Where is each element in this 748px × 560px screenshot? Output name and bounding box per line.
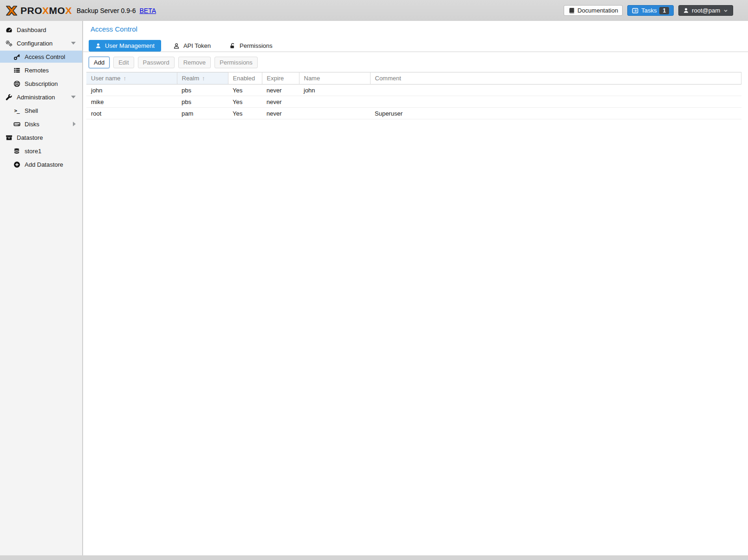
sidebar-item-label: Datastore: [17, 134, 43, 141]
cell-user-name: mike: [86, 96, 177, 108]
sidebar-item-add-datastore[interactable]: Add Datastore: [0, 158, 82, 170]
hdd-icon: [13, 121, 21, 128]
sidebar-item-label: Configuration: [17, 40, 52, 47]
key-icon: [13, 53, 21, 60]
sidebar-item-access-control[interactable]: Access Control: [0, 51, 82, 63]
user-menu-button[interactable]: root@pam: [678, 5, 733, 16]
sidebar-item-disks[interactable]: Disks: [0, 118, 82, 130]
users-table: User name↑ Realm↑ Enabled Expire Name Co…: [86, 72, 741, 119]
permissions-button[interactable]: Permissions: [215, 57, 258, 68]
cell-realm: pbs: [177, 85, 228, 96]
cell-enabled: Yes: [228, 96, 262, 108]
brand-text: PROXMOX: [20, 5, 72, 16]
tasks-button[interactable]: Tasks 1: [627, 5, 674, 16]
life-ring-icon: [13, 80, 21, 87]
sidebar-item-store1[interactable]: store1: [0, 145, 82, 157]
task-list-icon: [632, 7, 638, 14]
tab-bar: User Management API Token Permissions: [89, 39, 748, 52]
table-row[interactable]: mike pbs Yes never: [86, 96, 741, 108]
tab-user-management[interactable]: User Management: [89, 40, 161, 52]
list-rows-icon: [13, 67, 21, 74]
sidebar-item-label: Disks: [25, 121, 39, 128]
cell-name: [299, 108, 370, 119]
cell-enabled: Yes: [228, 108, 262, 119]
tab-permissions[interactable]: Permissions: [223, 40, 279, 52]
sidebar-item-subscription[interactable]: Subscription: [0, 78, 82, 90]
sidebar-item-label: Add Datastore: [25, 161, 63, 168]
sidebar-item-administration[interactable]: Administration: [0, 91, 82, 103]
sidebar-item-label: Access Control: [25, 53, 65, 60]
documentation-label: Documentation: [578, 7, 618, 14]
archive-icon: [5, 134, 13, 141]
top-bar: PROXMOX Backup Server 0.9-6 BETA Documen…: [0, 0, 748, 21]
column-header-realm[interactable]: Realm↑: [177, 72, 228, 85]
proxmox-logo: PROXMOX: [5, 4, 72, 18]
cell-name: [299, 96, 370, 108]
tasks-count-badge: 1: [659, 7, 669, 14]
password-button[interactable]: Password: [138, 57, 175, 68]
sidebar-item-label: Administration: [17, 94, 55, 101]
table-header-row: User name↑ Realm↑ Enabled Expire Name Co…: [86, 72, 741, 85]
sidebar-item-remotes[interactable]: Remotes: [0, 64, 82, 76]
sidebar-item-configuration[interactable]: Configuration: [0, 37, 82, 49]
sidebar: Dashboard Configuration Access Control R…: [0, 21, 83, 555]
sidebar-item-label: Shell: [25, 107, 38, 114]
dashboard-icon: [5, 26, 13, 33]
column-header-name[interactable]: Name: [299, 72, 370, 85]
user-solid-icon: [95, 43, 101, 49]
product-subtitle: Backup Server 0.9-6: [77, 7, 136, 14]
chevron-expanded-icon[interactable]: [71, 42, 76, 45]
column-header-user-name[interactable]: User name↑: [86, 72, 177, 85]
column-header-comment[interactable]: Comment: [370, 72, 741, 85]
cell-expire: never: [262, 96, 299, 108]
cell-user-name: john: [86, 85, 177, 96]
column-header-enabled[interactable]: Enabled: [228, 72, 262, 85]
wrench-icon: [5, 94, 13, 101]
cell-enabled: Yes: [228, 85, 262, 96]
plus-circle-icon: [13, 161, 21, 168]
tab-api-token[interactable]: API Token: [167, 40, 217, 52]
add-button[interactable]: Add: [89, 57, 110, 68]
cell-expire: never: [262, 85, 299, 96]
user-label: root@pam: [692, 7, 720, 14]
unlock-icon: [229, 43, 236, 49]
tab-label: API Token: [183, 42, 211, 49]
sidebar-item-label: Dashboard: [17, 26, 46, 33]
terminal-icon: >_: [13, 108, 21, 114]
sidebar-item-label: Remotes: [25, 67, 49, 74]
toolbar: Add Edit Password Remove Permissions: [83, 52, 748, 72]
main-panel: Access Control User Management API Token…: [83, 21, 748, 555]
sort-ascending-icon: ↑: [202, 75, 205, 82]
book-icon: [568, 7, 575, 14]
sidebar-item-label: store1: [25, 148, 41, 155]
proxmox-x-icon: [5, 4, 19, 18]
sidebar-item-shell[interactable]: >_ Shell: [0, 104, 82, 117]
cell-comment: Superuser: [370, 108, 741, 119]
cell-expire: never: [262, 108, 299, 119]
chevron-expanded-icon[interactable]: [71, 96, 76, 98]
chevron-collapsed-icon[interactable]: [73, 122, 76, 126]
beta-link[interactable]: BETA: [140, 7, 156, 14]
page-title: Access Control: [91, 25, 748, 33]
sidebar-item-label: Subscription: [25, 80, 58, 87]
cell-comment: [370, 96, 741, 108]
sidebar-item-datastore[interactable]: Datastore: [0, 131, 82, 143]
cell-realm: pbs: [177, 96, 228, 108]
chevron-down-icon: [723, 8, 728, 13]
cell-name: john: [299, 85, 370, 96]
tab-label: Permissions: [240, 42, 273, 49]
sidebar-item-dashboard[interactable]: Dashboard: [0, 24, 82, 36]
table-row[interactable]: root pam Yes never Superuser: [86, 108, 741, 119]
documentation-button[interactable]: Documentation: [564, 5, 623, 16]
cell-user-name: root: [86, 108, 177, 119]
cell-comment: [370, 85, 741, 96]
cell-realm: pam: [177, 108, 228, 119]
user-icon: [683, 7, 689, 13]
remove-button[interactable]: Remove: [178, 57, 211, 68]
gears-icon: [5, 39, 13, 47]
table-row[interactable]: john pbs Yes never john: [86, 85, 741, 96]
tab-label: User Management: [105, 42, 155, 49]
tasks-label: Tasks: [641, 7, 657, 14]
column-header-expire[interactable]: Expire: [262, 72, 299, 85]
edit-button[interactable]: Edit: [113, 57, 134, 68]
